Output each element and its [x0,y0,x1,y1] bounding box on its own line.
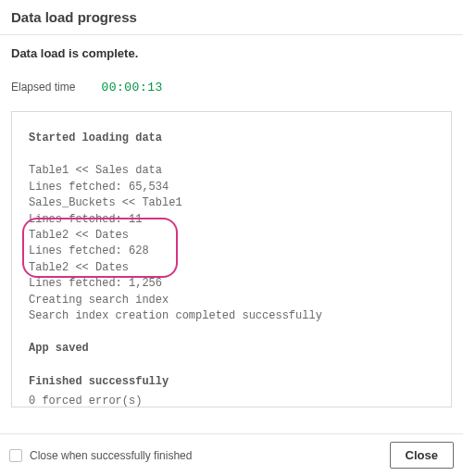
dialog-header: Data load progress [0,0,463,35]
log-line: Search index creation completed successf… [29,308,434,324]
checkbox-label: Close when successfully finished [30,449,192,462]
log-line: 0 forced error(s) [29,394,434,407]
elapsed-time-value: 00:00:13 [101,81,162,94]
log-section-started: Started loading data [29,131,434,146]
log-line: Table2 << Dates [29,260,434,276]
log-line: Sales_Buckets << Table1 [29,195,434,211]
log-line: Lines fetched: 628 [29,244,434,259]
log-line: Table2 << Dates [29,228,434,244]
log-line: Creating search index [29,293,434,308]
log-section-app-saved: App saved [29,341,434,357]
dialog-title: Data load progress [11,9,452,25]
dialog-footer: Close when successfully finished Close [0,433,463,476]
log-output[interactable]: Started loading data Table1 << Sales dat… [11,111,452,407]
log-line: Lines fetched: 11 [29,212,434,228]
dialog-content: Data load is complete. Elapsed time 00:0… [0,35,463,407]
checkbox-icon[interactable] [9,449,22,462]
log-line: Lines fetched: 65,534 [29,180,434,195]
log-line: Lines fetched: 1,256 [29,276,434,292]
status-message: Data load is complete. [11,46,452,60]
elapsed-time-row: Elapsed time 00:00:13 [11,81,452,94]
close-button[interactable]: Close [390,442,454,469]
close-when-finished-option[interactable]: Close when successfully finished [9,449,192,462]
log-line: Table1 << Sales data [29,163,434,179]
elapsed-time-label: Elapsed time [11,81,75,94]
log-section-finished: Finished successfully [29,374,434,390]
